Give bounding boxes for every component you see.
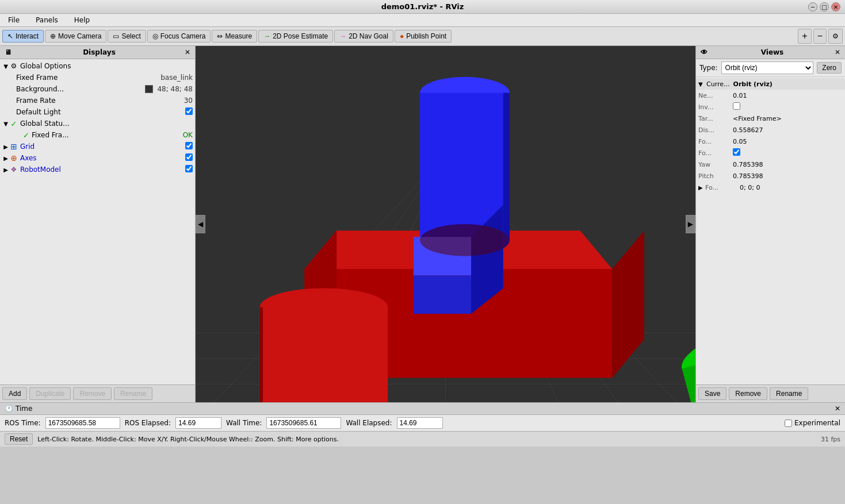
robot-model-expand-icon[interactable]: ▶: [2, 167, 9, 173]
fixed-frame-value: base_link: [160, 74, 193, 82]
view-target-label: Tar...: [698, 115, 733, 122]
view-invert-row[interactable]: Inv...: [696, 101, 845, 113]
view-focal3-row[interactable]: ▶ Fo... 0; 0; 0: [696, 182, 845, 193]
minimize-button[interactable]: ─: [808, 2, 817, 11]
publish-point-icon: ●: [400, 32, 404, 40]
remove-icon-button[interactable]: −: [813, 29, 827, 44]
select-icon: ▭: [113, 32, 119, 40]
toolbar: ↖ Interact ⊕ Move Camera ▭ Select ◎ Focu…: [0, 27, 845, 46]
wall-elapsed-input[interactable]: [397, 417, 443, 429]
grid-icon: ⊞: [9, 142, 18, 151]
reset-button[interactable]: Reset: [5, 433, 33, 445]
global-status-fixed-frame-row[interactable]: ✓ Fixed Fra... OK: [0, 129, 195, 141]
global-options-row[interactable]: ▼ ⚙ Global Options: [0, 60, 195, 72]
save-view-button[interactable]: Save: [698, 387, 727, 400]
wall-elapsed-label: Wall Elapsed:: [346, 419, 392, 427]
grid-checkbox[interactable]: [185, 142, 193, 149]
view-target-value: <Fixed Frame>: [733, 115, 843, 122]
menu-help[interactable]: Help: [71, 15, 93, 25]
background-value: 48; 48; 48: [145, 85, 193, 94]
global-status-label: Global Statu...: [20, 120, 193, 128]
ros-time-input[interactable]: [45, 417, 120, 429]
view-focal2-checkbox[interactable]: [733, 148, 740, 156]
robot-model-row[interactable]: ▶ ❖ RobotModel: [0, 164, 195, 175]
grid-row[interactable]: ▶ ⊞ Grid: [0, 141, 195, 152]
time-close-icon[interactable]: ✕: [835, 405, 840, 413]
ros-elapsed-input[interactable]: [175, 417, 221, 429]
move-camera-button[interactable]: ⊕ Move Camera: [45, 30, 106, 43]
view-target-row[interactable]: Tar... <Fixed Frame>: [696, 113, 845, 124]
cursor-icon: ↖: [7, 32, 13, 40]
select-button[interactable]: ▭ Select: [108, 30, 146, 43]
close-button[interactable]: ✕: [831, 2, 840, 11]
current-view-row[interactable]: ▼ Curre... Orbit (rviz): [696, 78, 845, 90]
grid-label: Grid: [20, 143, 183, 151]
views-zero-button[interactable]: Zero: [817, 62, 842, 74]
default-light-row[interactable]: Default Light: [0, 106, 195, 118]
remove-view-button[interactable]: Remove: [729, 387, 767, 400]
views-tree: ▼ Curre... Orbit (rviz) Ne... 0.01 Inv..…: [696, 77, 845, 384]
remove-display-button[interactable]: Remove: [73, 387, 112, 400]
nav-goal-button[interactable]: → 2D Nav Goal: [334, 30, 393, 43]
3d-viewport[interactable]: ◀ ▶: [196, 46, 695, 402]
focus-camera-button[interactable]: ◎ Focus Camera: [147, 30, 211, 43]
global-status-expand-icon[interactable]: ▼: [2, 121, 9, 127]
measure-icon: ⇔: [217, 32, 223, 40]
view-focal1-value: 0.05: [733, 138, 843, 145]
add-icon-button[interactable]: +: [798, 29, 811, 44]
displays-header: 🖥 Displays ✕: [0, 46, 195, 59]
axes-checkbox[interactable]: [185, 153, 193, 161]
views-action-buttons: Save Remove Rename: [696, 384, 845, 402]
maximize-button[interactable]: □: [820, 2, 829, 11]
menu-panels[interactable]: Panels: [32, 15, 62, 25]
experimental-checkbox[interactable]: [785, 420, 792, 427]
view-near-row[interactable]: Ne... 0.01: [696, 90, 845, 101]
viewport-collapse-right-button[interactable]: ▶: [686, 215, 695, 233]
duplicate-display-button[interactable]: Duplicate: [29, 387, 71, 400]
view-yaw-row[interactable]: Yaw 0.785398: [696, 159, 845, 170]
global-status-ff-label: Fixed Fra...: [32, 131, 181, 139]
ros-elapsed-label: ROS Elapsed:: [125, 419, 171, 427]
global-status-check-icon: ✓: [9, 119, 18, 128]
add-display-button[interactable]: Add: [2, 387, 27, 400]
view-distance-row[interactable]: Dis... 0.558627: [696, 124, 845, 136]
axes-expand-icon[interactable]: ▶: [2, 155, 9, 161]
background-row[interactable]: Background... 48; 48; 48: [0, 83, 195, 95]
menu-file[interactable]: File: [5, 15, 23, 25]
experimental-label: Experimental: [794, 419, 840, 427]
rename-view-button[interactable]: Rename: [770, 387, 808, 400]
publish-point-button[interactable]: ● Publish Point: [395, 30, 452, 43]
current-view-expand-icon[interactable]: ▼: [698, 81, 705, 87]
frame-rate-label: Frame Rate: [16, 97, 182, 105]
svg-rect-18: [259, 307, 263, 402]
view-focal3-expand-icon[interactable]: ▶: [698, 184, 705, 191]
frame-rate-row[interactable]: Frame Rate 30: [0, 95, 195, 106]
axes-row[interactable]: ▶ ⊕ Axes: [0, 152, 195, 164]
global-status-row[interactable]: ▼ ✓ Global Statu...: [0, 118, 195, 129]
viewport-collapse-left-button[interactable]: ◀: [196, 215, 205, 233]
fps-display: 31 fps: [821, 436, 840, 443]
wall-time-input[interactable]: [266, 417, 341, 429]
global-options-expand-icon[interactable]: ▼: [2, 63, 9, 70]
view-focal1-row[interactable]: Fo... 0.05: [696, 136, 845, 147]
views-type-select[interactable]: Orbit (rviz): [721, 61, 814, 74]
time-header: 🕐 Time ✕: [0, 403, 845, 415]
default-light-value: [183, 107, 193, 117]
view-pitch-row[interactable]: Pitch 0.785398: [696, 170, 845, 182]
pose-estimate-button[interactable]: → 2D Pose Estimate: [258, 30, 333, 43]
interact-button[interactable]: ↖ Interact: [2, 30, 44, 43]
fixed-frame-row[interactable]: Fixed Frame base_link: [0, 72, 195, 83]
displays-close-icon[interactable]: ✕: [185, 48, 190, 56]
grid-checkbox-wrap: [185, 142, 193, 151]
measure-button[interactable]: ⇔ Measure: [212, 30, 257, 43]
settings-icon-button[interactable]: ⚙: [828, 29, 843, 44]
views-close-icon[interactable]: ✕: [835, 48, 840, 56]
rename-display-button[interactable]: Rename: [114, 387, 152, 400]
view-invert-checkbox[interactable]: [733, 102, 740, 110]
background-color-swatch: [145, 85, 153, 93]
view-focal2-row[interactable]: Fo...: [696, 147, 845, 159]
default-light-checkbox[interactable]: [185, 107, 193, 115]
grid-expand-icon[interactable]: ▶: [2, 144, 9, 150]
robot-model-checkbox[interactable]: [185, 165, 193, 172]
displays-title: Displays: [83, 48, 116, 56]
